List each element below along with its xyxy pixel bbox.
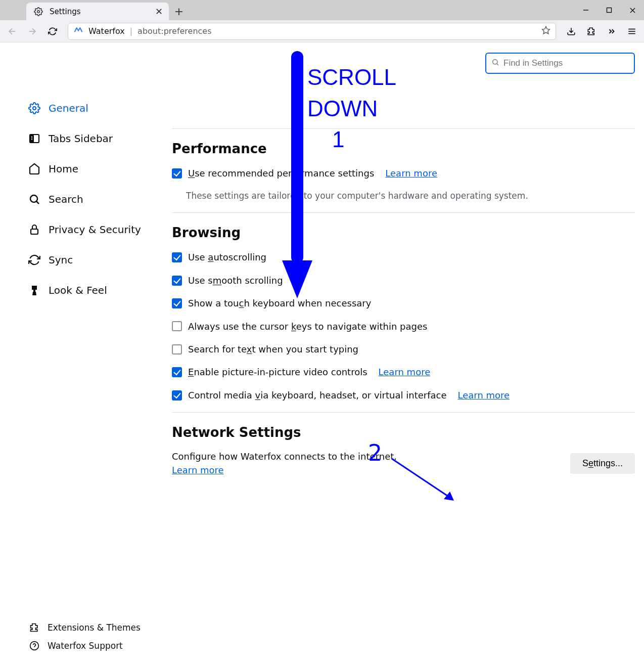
maximize-button[interactable] bbox=[597, 0, 621, 20]
sidebar-label: Privacy & Security bbox=[49, 224, 141, 236]
svg-line-19 bbox=[497, 64, 498, 65]
sidebar-item-home[interactable]: Home bbox=[28, 154, 172, 184]
browsing-option-row[interactable]: Always use the cursor keys to navigate w… bbox=[172, 321, 635, 332]
performance-note: These settings are tailored to your comp… bbox=[186, 190, 635, 201]
menu-button[interactable] bbox=[624, 23, 640, 39]
sync-icon bbox=[28, 254, 40, 266]
checkbox-label: Enable picture-in-picture video controls bbox=[188, 366, 367, 378]
sidebar-label: Sync bbox=[49, 254, 73, 266]
minimize-button[interactable] bbox=[574, 0, 597, 20]
sidebar-label: General bbox=[49, 102, 88, 114]
learn-more-link[interactable]: Learn more bbox=[172, 465, 224, 475]
url-bar[interactable]: Waterfox | about:preferences bbox=[68, 23, 556, 40]
svg-rect-16 bbox=[31, 229, 38, 234]
svg-marker-5 bbox=[542, 26, 550, 33]
help-icon bbox=[28, 640, 40, 652]
browsing-section: Browsing Use autoscrollingUse smooth scr… bbox=[172, 212, 635, 401]
checkbox-label: Use autoscrolling bbox=[188, 251, 266, 263]
svg-point-18 bbox=[493, 60, 497, 64]
brush-icon bbox=[28, 284, 40, 296]
sidebar-item-sync[interactable]: Sync bbox=[28, 245, 172, 275]
learn-more-link[interactable]: Learn more bbox=[385, 167, 437, 179]
titlebar: Settings ✕ + bbox=[0, 0, 644, 20]
waterfox-logo-icon bbox=[73, 25, 83, 37]
checkbox-label: Use recommended performance settings bbox=[188, 167, 374, 179]
footer-label: Extensions & Themes bbox=[48, 622, 141, 633]
lock-icon bbox=[28, 224, 40, 236]
checkbox-browsing-4[interactable] bbox=[172, 344, 182, 354]
sidebar-icon bbox=[28, 132, 40, 145]
checkbox-label: Use smooth scrolling bbox=[188, 275, 283, 286]
checkbox-label: Always use the cursor keys to navigate w… bbox=[188, 321, 427, 332]
sidebar-item-look-feel[interactable]: Look & Feel bbox=[28, 275, 172, 305]
browsing-option-row[interactable]: Enable picture-in-picture video controls… bbox=[172, 366, 635, 378]
svg-point-17 bbox=[30, 642, 39, 650]
new-tab-button[interactable]: + bbox=[169, 3, 189, 20]
section-title: Browsing bbox=[172, 225, 635, 240]
sidebar-label: Home bbox=[49, 163, 78, 175]
performance-recommended-row[interactable]: Use recommended performance settings Lea… bbox=[172, 167, 635, 179]
forward-button[interactable] bbox=[24, 23, 40, 39]
close-window-button[interactable] bbox=[621, 0, 644, 20]
downloads-button[interactable] bbox=[563, 23, 579, 39]
bookmark-star-icon[interactable] bbox=[541, 26, 550, 37]
extensions-button[interactable] bbox=[583, 23, 600, 39]
sidebar-item-tabs-sidebar[interactable]: Tabs Sidebar bbox=[28, 123, 172, 154]
checkbox-browsing-3[interactable] bbox=[172, 321, 182, 331]
sidebar-item-search[interactable]: Search bbox=[28, 184, 172, 214]
sidebar-label: Look & Feel bbox=[49, 284, 107, 296]
sidebar-item-privacy-security[interactable]: Privacy & Security bbox=[28, 214, 172, 245]
reload-button[interactable] bbox=[44, 23, 61, 39]
gear-icon bbox=[28, 102, 40, 114]
checkbox-recommended-performance[interactable] bbox=[172, 168, 182, 179]
gear-icon bbox=[32, 6, 44, 18]
urlbar-brand: Waterfox bbox=[88, 26, 125, 36]
search-icon bbox=[28, 193, 40, 205]
checkbox-browsing-0[interactable] bbox=[172, 252, 182, 262]
browsing-option-row[interactable]: Show a touch keyboard when necessary bbox=[172, 297, 635, 309]
svg-point-12 bbox=[31, 137, 32, 138]
learn-more-link[interactable]: Learn more bbox=[458, 389, 510, 401]
sidebar-footer-extensions[interactable]: Extensions & Themes bbox=[28, 621, 141, 634]
network-section: Network Settings Configure how Waterfox … bbox=[172, 412, 635, 475]
svg-rect-2 bbox=[607, 8, 612, 13]
svg-point-0 bbox=[37, 10, 40, 13]
svg-line-15 bbox=[36, 201, 39, 204]
section-title: Performance bbox=[172, 141, 635, 156]
checkbox-label: Show a touch keyboard when necessary bbox=[188, 297, 371, 309]
checkbox-browsing-1[interactable] bbox=[172, 276, 182, 286]
performance-section: Performance Use recommended performance … bbox=[172, 128, 635, 201]
browsing-option-row[interactable]: Use smooth scrolling bbox=[172, 275, 635, 286]
svg-point-9 bbox=[33, 107, 36, 110]
tab-title: Settings bbox=[50, 7, 150, 16]
svg-point-13 bbox=[31, 139, 32, 140]
network-settings-button[interactable]: Settings... bbox=[570, 453, 635, 474]
checkbox-label: Control media via keyboard, headset, or … bbox=[188, 389, 447, 401]
learn-more-link[interactable]: Learn more bbox=[379, 366, 431, 378]
network-desc: Configure how Waterfox connects to the i… bbox=[172, 451, 397, 462]
content-area: General Tabs Sidebar Home Search Privacy… bbox=[0, 42, 644, 667]
sidebar-label: Tabs Sidebar bbox=[49, 132, 113, 145]
back-button[interactable] bbox=[4, 23, 20, 39]
footer-label: Waterfox Support bbox=[48, 641, 123, 651]
browsing-option-row[interactable]: Search for text when you start typing bbox=[172, 343, 635, 355]
browsing-option-row[interactable]: Control media via keyboard, headset, or … bbox=[172, 389, 635, 401]
browser-tab[interactable]: Settings ✕ bbox=[26, 3, 169, 20]
main-panel: Performance Use recommended performance … bbox=[172, 42, 644, 667]
overflow-button[interactable] bbox=[604, 23, 620, 39]
checkbox-browsing-2[interactable] bbox=[172, 298, 182, 308]
search-icon bbox=[491, 58, 499, 68]
sidebar-label: Search bbox=[49, 193, 83, 205]
sidebar-item-general[interactable]: General bbox=[28, 93, 172, 123]
find-in-settings-box[interactable] bbox=[485, 53, 635, 74]
settings-sidebar: General Tabs Sidebar Home Search Privacy… bbox=[0, 42, 172, 667]
checkbox-browsing-6[interactable] bbox=[172, 390, 182, 401]
find-in-settings-input[interactable] bbox=[503, 58, 629, 68]
browsing-option-row[interactable]: Use autoscrolling bbox=[172, 251, 635, 263]
sidebar-footer-support[interactable]: Waterfox Support bbox=[28, 640, 141, 652]
window-controls bbox=[574, 0, 644, 20]
close-tab-button[interactable]: ✕ bbox=[155, 6, 163, 17]
checkbox-browsing-5[interactable] bbox=[172, 367, 182, 377]
puzzle-icon bbox=[28, 621, 40, 634]
section-title: Network Settings bbox=[172, 425, 635, 440]
